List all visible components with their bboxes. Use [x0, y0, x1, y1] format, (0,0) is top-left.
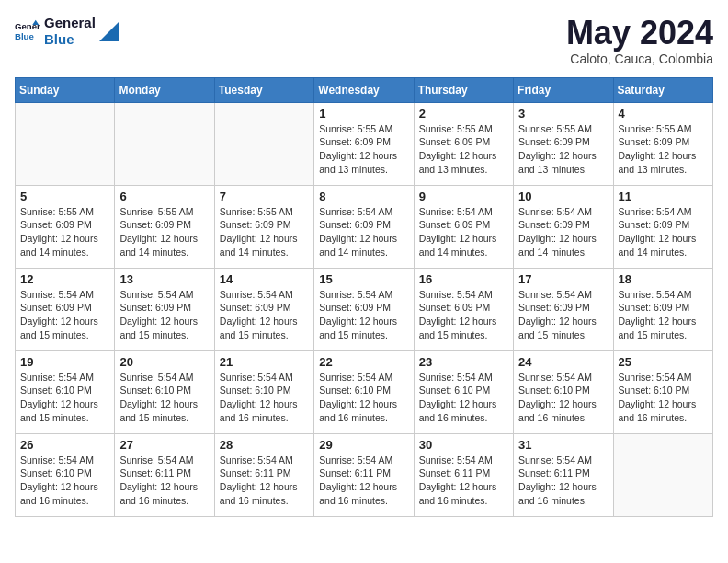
column-header-saturday: Saturday [613, 77, 712, 102]
calendar-cell: 16Sunrise: 5:54 AMSunset: 6:09 PMDayligh… [414, 268, 513, 350]
logo-blue: Blue [44, 31, 96, 48]
calendar-cell: 25Sunrise: 5:54 AMSunset: 6:10 PMDayligh… [613, 350, 712, 433]
day-number: 15 [319, 272, 408, 286]
day-number: 13 [119, 272, 209, 286]
calendar-cell: 23Sunrise: 5:54 AMSunset: 6:10 PMDayligh… [414, 350, 513, 433]
day-info: Sunrise: 5:54 AMSunset: 6:11 PMDaylight:… [119, 454, 209, 508]
week-row-4: 19Sunrise: 5:54 AMSunset: 6:10 PMDayligh… [16, 350, 713, 433]
day-number: 9 [419, 190, 508, 203]
day-info: Sunrise: 5:54 AMSunset: 6:11 PMDaylight:… [220, 454, 309, 508]
calendar-cell: 2Sunrise: 5:55 AMSunset: 6:09 PMDaylight… [414, 102, 513, 185]
calendar-cell: 9Sunrise: 5:54 AMSunset: 6:09 PMDaylight… [414, 185, 513, 268]
calendar-cell: 29Sunrise: 5:54 AMSunset: 6:11 PMDayligh… [314, 433, 414, 516]
logo-icon: General Blue [15, 18, 40, 44]
day-info: Sunrise: 5:54 AMSunset: 6:09 PMDaylight:… [319, 288, 408, 342]
day-info: Sunrise: 5:55 AMSunset: 6:09 PMDaylight:… [518, 122, 608, 177]
column-header-monday: Monday [115, 77, 214, 102]
column-header-sunday: Sunday [16, 77, 115, 102]
day-info: Sunrise: 5:54 AMSunset: 6:09 PMDaylight:… [220, 288, 309, 342]
month-title: May 2024 [566, 15, 713, 52]
day-info: Sunrise: 5:54 AMSunset: 6:11 PMDaylight:… [518, 454, 608, 508]
day-info: Sunrise: 5:54 AMSunset: 6:11 PMDaylight:… [319, 454, 408, 508]
calendar-cell [115, 102, 214, 185]
day-number: 8 [319, 190, 408, 203]
day-number: 28 [220, 438, 309, 452]
day-info: Sunrise: 5:54 AMSunset: 6:10 PMDaylight:… [220, 371, 309, 425]
column-header-friday: Friday [514, 77, 613, 102]
day-number: 23 [419, 355, 508, 369]
day-number: 24 [518, 355, 608, 369]
column-header-wednesday: Wednesday [314, 77, 414, 102]
day-number: 4 [619, 107, 708, 121]
day-number: 1 [319, 107, 408, 121]
calendar-cell: 22Sunrise: 5:54 AMSunset: 6:10 PMDayligh… [314, 350, 414, 433]
day-info: Sunrise: 5:54 AMSunset: 6:09 PMDaylight:… [419, 288, 508, 342]
day-info: Sunrise: 5:54 AMSunset: 6:10 PMDaylight:… [419, 371, 508, 425]
column-header-thursday: Thursday [414, 77, 513, 102]
day-info: Sunrise: 5:54 AMSunset: 6:10 PMDaylight:… [619, 371, 708, 425]
day-info: Sunrise: 5:55 AMSunset: 6:09 PMDaylight:… [220, 205, 309, 259]
location: Caloto, Cauca, Colombia [566, 52, 713, 66]
calendar-table: SundayMondayTuesdayWednesdayThursdayFrid… [15, 77, 713, 517]
calendar-cell: 14Sunrise: 5:54 AMSunset: 6:09 PMDayligh… [214, 268, 313, 350]
calendar-cell: 8Sunrise: 5:54 AMSunset: 6:09 PMDaylight… [314, 185, 414, 268]
week-row-5: 26Sunrise: 5:54 AMSunset: 6:10 PMDayligh… [16, 433, 713, 516]
calendar-cell: 31Sunrise: 5:54 AMSunset: 6:11 PMDayligh… [514, 433, 613, 516]
day-info: Sunrise: 5:54 AMSunset: 6:10 PMDaylight:… [319, 371, 408, 425]
day-info: Sunrise: 5:54 AMSunset: 6:09 PMDaylight:… [419, 205, 508, 259]
day-info: Sunrise: 5:54 AMSunset: 6:09 PMDaylight:… [20, 288, 109, 342]
page-header: General Blue General Blue May 2024 Calot… [15, 15, 713, 66]
day-info: Sunrise: 5:54 AMSunset: 6:10 PMDaylight:… [20, 371, 109, 425]
day-number: 3 [518, 107, 608, 121]
logo-general: General [44, 15, 96, 31]
svg-text:Blue: Blue [15, 31, 34, 41]
calendar-cell: 19Sunrise: 5:54 AMSunset: 6:10 PMDayligh… [16, 350, 115, 433]
day-number: 30 [419, 438, 508, 452]
day-info: Sunrise: 5:54 AMSunset: 6:09 PMDaylight:… [619, 288, 708, 342]
calendar-cell [16, 102, 115, 185]
column-header-tuesday: Tuesday [214, 77, 313, 102]
day-number: 22 [319, 355, 408, 369]
day-number: 6 [119, 190, 209, 203]
calendar-cell: 3Sunrise: 5:55 AMSunset: 6:09 PMDaylight… [514, 102, 613, 185]
calendar-cell: 26Sunrise: 5:54 AMSunset: 6:10 PMDayligh… [16, 433, 115, 516]
day-info: Sunrise: 5:54 AMSunset: 6:09 PMDaylight:… [518, 205, 608, 259]
day-info: Sunrise: 5:54 AMSunset: 6:09 PMDaylight:… [518, 288, 608, 342]
day-info: Sunrise: 5:55 AMSunset: 6:09 PMDaylight:… [119, 205, 209, 259]
day-info: Sunrise: 5:54 AMSunset: 6:10 PMDaylight:… [518, 371, 608, 425]
day-number: 21 [220, 355, 309, 369]
calendar-cell: 4Sunrise: 5:55 AMSunset: 6:09 PMDaylight… [613, 102, 712, 185]
day-number: 7 [220, 190, 309, 203]
day-number: 5 [20, 190, 109, 203]
calendar-cell: 24Sunrise: 5:54 AMSunset: 6:10 PMDayligh… [514, 350, 613, 433]
calendar-cell: 10Sunrise: 5:54 AMSunset: 6:09 PMDayligh… [514, 185, 613, 268]
logo: General Blue General Blue [15, 15, 119, 48]
calendar-cell: 20Sunrise: 5:54 AMSunset: 6:10 PMDayligh… [115, 350, 214, 433]
day-number: 11 [619, 190, 708, 203]
day-number: 20 [119, 355, 209, 369]
day-number: 31 [518, 438, 608, 452]
title-block: May 2024 Caloto, Cauca, Colombia [566, 15, 713, 66]
day-number: 19 [20, 355, 109, 369]
calendar-cell: 15Sunrise: 5:54 AMSunset: 6:09 PMDayligh… [314, 268, 414, 350]
day-info: Sunrise: 5:54 AMSunset: 6:10 PMDaylight:… [20, 454, 109, 508]
day-info: Sunrise: 5:55 AMSunset: 6:09 PMDaylight:… [319, 122, 408, 177]
calendar-cell: 12Sunrise: 5:54 AMSunset: 6:09 PMDayligh… [16, 268, 115, 350]
week-row-1: 1Sunrise: 5:55 AMSunset: 6:09 PMDaylight… [16, 102, 713, 185]
day-number: 2 [419, 107, 508, 121]
calendar-cell: 30Sunrise: 5:54 AMSunset: 6:11 PMDayligh… [414, 433, 513, 516]
calendar-header-row: SundayMondayTuesdayWednesdayThursdayFrid… [16, 77, 713, 102]
day-info: Sunrise: 5:54 AMSunset: 6:09 PMDaylight:… [619, 205, 708, 259]
week-row-3: 12Sunrise: 5:54 AMSunset: 6:09 PMDayligh… [16, 268, 713, 350]
day-info: Sunrise: 5:55 AMSunset: 6:09 PMDaylight:… [20, 205, 109, 259]
calendar-cell: 27Sunrise: 5:54 AMSunset: 6:11 PMDayligh… [115, 433, 214, 516]
day-number: 18 [619, 272, 708, 286]
calendar-cell: 17Sunrise: 5:54 AMSunset: 6:09 PMDayligh… [514, 268, 613, 350]
day-number: 26 [20, 438, 109, 452]
calendar-cell: 6Sunrise: 5:55 AMSunset: 6:09 PMDaylight… [115, 185, 214, 268]
calendar-cell: 28Sunrise: 5:54 AMSunset: 6:11 PMDayligh… [214, 433, 313, 516]
day-info: Sunrise: 5:54 AMSunset: 6:11 PMDaylight:… [419, 454, 508, 508]
calendar-cell [613, 433, 712, 516]
day-info: Sunrise: 5:55 AMSunset: 6:09 PMDaylight:… [619, 122, 708, 177]
calendar-cell: 7Sunrise: 5:55 AMSunset: 6:09 PMDaylight… [214, 185, 313, 268]
